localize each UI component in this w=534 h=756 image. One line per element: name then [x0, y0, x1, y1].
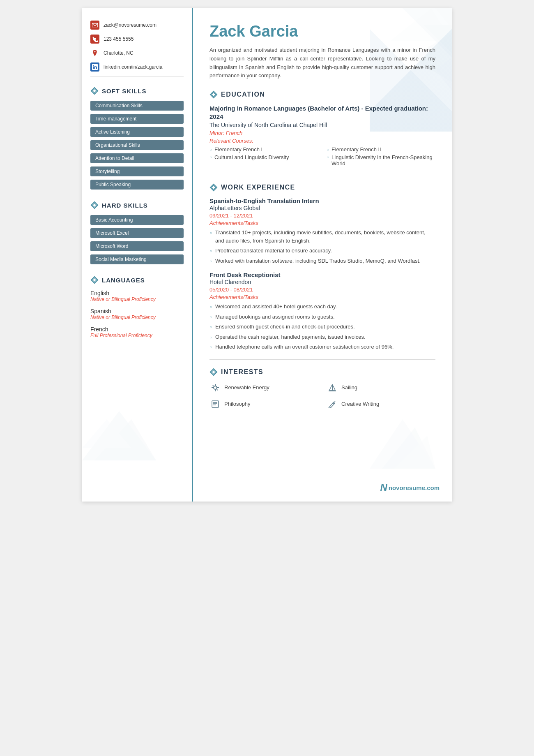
soft-skills-header: SOFT SKILLS — [90, 87, 184, 95]
contact-location: Charlotte, NC — [90, 49, 184, 58]
skill-active-listening: Active Listening — [90, 127, 184, 137]
svg-line-37 — [334, 401, 335, 402]
divider-2 — [209, 359, 435, 360]
skill-public-speaking: Public Speaking — [90, 180, 184, 190]
job-2-bullet-5: Handled telephone calls with an overall … — [209, 343, 435, 351]
location-icon — [90, 49, 99, 58]
summary-text: An organized and motivated student major… — [209, 46, 435, 80]
job-1-bullet-2: Proofread translated material to ensure … — [209, 247, 435, 255]
contact-divider — [90, 76, 184, 77]
courses-grid: Elementary French I Elementary French II… — [209, 146, 435, 166]
skill-communication: Communication Skills — [90, 101, 184, 111]
languages-list: English Native or Bilingual Proficiency … — [90, 290, 184, 338]
svg-marker-12 — [82, 411, 156, 460]
contact-linkedin: linkedin.com/in/zack.garcia — [90, 62, 184, 72]
svg-point-25 — [214, 386, 217, 389]
job-1-title: Spanish-to-English Translation Intern — [209, 197, 435, 204]
education-section-header: EDUCATION — [209, 90, 435, 99]
bg-decoration-bottom — [370, 403, 435, 469]
course-2: Elementary French II — [327, 146, 435, 153]
svg-marker-38 — [370, 419, 435, 469]
svg-marker-14 — [82, 419, 131, 448]
job-2-dates: 05/2020 - 08/2021 — [209, 287, 435, 293]
bg-decoration-left — [82, 378, 156, 460]
interests-diamond-icon — [209, 368, 218, 376]
left-column: zack@novoresume.com 123 455 5555 Charlot… — [82, 8, 193, 502]
resume-document: zack@novoresume.com 123 455 5555 Charlot… — [82, 8, 452, 502]
job-2-title: Front Desk Receptionist — [209, 271, 435, 278]
skill-organizational: Organizational Skills — [90, 140, 184, 150]
svg-line-35 — [333, 403, 334, 404]
languages-header: LANGUAGES — [90, 276, 184, 284]
divider-1 — [209, 175, 435, 175]
job-1-bullet-3: Worked with translation software, includ… — [209, 257, 435, 265]
hard-skills-list: Basic Accounting Microsoft Excel Microso… — [90, 215, 184, 268]
svg-line-36 — [329, 407, 329, 408]
right-column: Zack Garcia An organized and motivated s… — [193, 8, 452, 502]
interest-philosophy: Philosophy — [209, 398, 318, 410]
work-title: WORK EXPERIENCE — [221, 184, 295, 191]
lang-spanish: Spanish Native or Bilingual Proficiency — [90, 308, 184, 320]
edu-degree: Majoring in Romance Languages (Bachelor … — [209, 104, 435, 120]
education-diamond-icon — [209, 90, 218, 99]
candidate-name: Zack Garcia — [209, 23, 435, 40]
interest-renewable: Renewable Energy — [209, 382, 318, 393]
linkedin-icon — [90, 62, 99, 72]
skill-social-media: Social Media Marketing — [90, 254, 184, 264]
education-title: EDUCATION — [221, 91, 265, 98]
svg-line-27 — [216, 389, 218, 391]
soft-skills-list: Communication Skills Time-management Act… — [90, 101, 184, 193]
job-1-company: AlphaLetters Global — [209, 205, 435, 211]
job-1-achievements-label: Achievements/Tasks — [209, 220, 435, 226]
soft-skills-title: SOFT SKILLS — [102, 88, 147, 95]
job-2: Front Desk Receptionist Hotel Clarendon … — [209, 271, 435, 351]
creative-writing-icon — [327, 398, 338, 410]
interests-section-header: INTERESTS — [209, 368, 435, 376]
edu-minor: Minor: French — [209, 130, 435, 136]
courses-label: Relevant Courses: — [209, 138, 435, 144]
languages-diamond-icon — [90, 276, 99, 284]
job-2-bullet-4: Operated the cash register, handled paym… — [209, 333, 435, 341]
skill-attention-detail: Attention to Detail — [90, 153, 184, 163]
skill-storytelling: Storytelling — [90, 166, 184, 176]
svg-rect-31 — [212, 401, 219, 407]
svg-marker-28 — [329, 384, 332, 390]
contact-email: zack@novoresume.com — [90, 21, 184, 30]
soft-skills-diamond-icon — [90, 87, 99, 95]
svg-marker-29 — [332, 384, 335, 390]
work-diamond-icon — [209, 183, 218, 192]
job-1-bullet-1: Translated 10+ projects, including movie… — [209, 229, 435, 245]
job-2-bullet-1: Welcomed and assisted 40+ hotel guests e… — [209, 303, 435, 311]
interest-sailing: Sailing — [327, 382, 435, 393]
renewable-energy-icon — [209, 382, 221, 393]
brand-n: N — [380, 482, 387, 493]
job-2-company: Hotel Clarendon — [209, 279, 435, 285]
contact-phone: 123 455 5555 — [90, 35, 184, 44]
philosophy-icon — [209, 398, 221, 410]
phone-icon — [90, 35, 99, 44]
lang-french: French Full Professional Proficiency — [90, 326, 184, 338]
work-section-header: WORK EXPERIENCE — [209, 183, 435, 192]
hard-skills-title: HARD SKILLS — [102, 202, 148, 209]
skill-excel: Microsoft Excel — [90, 228, 184, 238]
sailing-icon — [327, 382, 338, 393]
interests-grid: Renewable Energy Sailing — [209, 382, 435, 410]
skill-word: Microsoft Word — [90, 241, 184, 251]
svg-marker-39 — [382, 428, 435, 469]
job-1: Spanish-to-English Translation Intern Al… — [209, 197, 435, 265]
job-2-bullet-2: Managed bookings and assigned rooms to g… — [209, 313, 435, 321]
course-3: Cultural and Linguistic Diversity — [209, 154, 318, 166]
course-4: Linguistic Diversity in the French-Speak… — [327, 154, 435, 166]
svg-marker-40 — [394, 436, 435, 469]
branding: N novoresume.com — [380, 482, 440, 493]
job-1-dates: 09/2021 - 12/2021 — [209, 213, 435, 219]
hard-skills-diamond-icon — [90, 201, 99, 209]
job-2-bullet-3: Ensured smooth guest check-in and check-… — [209, 323, 435, 331]
email-icon — [90, 21, 99, 30]
job-2-achievements-label: Achievements/Tasks — [209, 294, 435, 300]
svg-line-26 — [213, 385, 214, 386]
languages-title: LANGUAGES — [102, 277, 145, 284]
skill-basic-accounting: Basic Accounting — [90, 215, 184, 225]
course-1: Elementary French I — [209, 146, 318, 153]
interest-creative-writing: Creative Writing — [327, 398, 435, 410]
